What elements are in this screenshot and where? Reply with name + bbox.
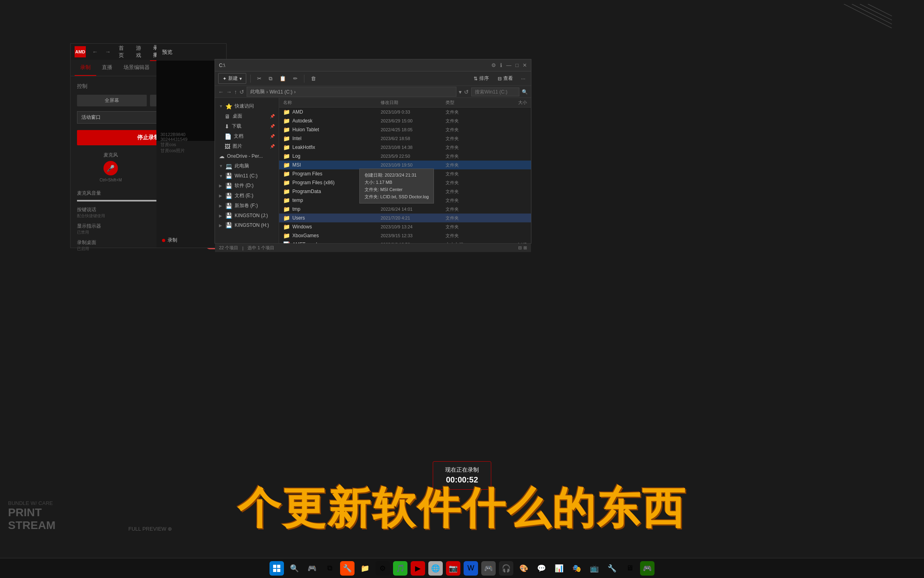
search-box[interactable] — [471, 88, 519, 96]
delete-btn[interactable]: 🗑 — [308, 74, 318, 83]
tab-live[interactable]: 直播 — [96, 60, 118, 76]
all-screen-btn[interactable]: 全屏幕 — [77, 95, 147, 106]
file-row-amd[interactable]: 📁AMD 2023/10/9 0:33 文件夹 — [279, 108, 531, 116]
sidebar-desktop[interactable]: 🖥 桌面 📌 — [215, 111, 279, 121]
exp-settings-icon[interactable]: ⚙ — [491, 62, 496, 68]
new-dropdown-icon: ▾ — [239, 76, 242, 81]
taskbar-app16[interactable]: 🔧 — [605, 561, 619, 576]
folder-icon: 📁 — [283, 126, 290, 133]
taskbar-app6[interactable]: 🌐 — [428, 561, 443, 576]
col-date[interactable]: 修改日期 — [381, 100, 446, 106]
taskbar-steam[interactable]: 🎮 — [640, 561, 654, 576]
view-btn[interactable]: ⊟ 查看 — [494, 73, 516, 83]
sidebar-e[interactable]: ▶ 💾 文档 (E:) — [215, 191, 279, 201]
file-row-xbox[interactable]: 📁XboxGames 2023/9/15 12:33 文件夹 — [279, 231, 531, 240]
sort-btn[interactable]: ⇅ 排序 — [470, 73, 492, 83]
more-btn[interactable]: ··· — [519, 74, 528, 83]
taskbar-windows[interactable] — [270, 561, 284, 576]
sidebar-f[interactable]: ▶ 💾 新加卷 (F:) — [215, 201, 279, 211]
col-size[interactable]: 大小 — [494, 100, 527, 106]
sidebar-computer[interactable]: ▼ 💻 此电脑 — [215, 161, 279, 171]
tab-scene[interactable]: 场景编辑器 — [118, 60, 155, 76]
nav-up[interactable]: ↑ — [234, 89, 237, 95]
taskbar-app12[interactable]: 💬 — [534, 561, 549, 576]
taskbar-app1[interactable]: 🔧 — [340, 561, 355, 576]
file-row-users[interactable]: 📁Users 2021/7/20 4:21 文件夹 — [279, 214, 531, 222]
file-row-huion[interactable]: 📁Huion Tablet 2022/4/25 18:05 文件夹 — [279, 125, 531, 134]
col-name[interactable]: 名称 — [283, 100, 381, 106]
pin-icon3: 📌 — [270, 134, 275, 138]
file-row-amftrace[interactable]: 📝AMFTrace.log 2023/9/3 13:58 文本文档 1 KB — [279, 240, 531, 243]
file-row-msi[interactable]: 📁MSI 2023/10/9 19:50 文件夹 创建日期: 2022/3/24… — [279, 161, 531, 169]
taskbar-app14[interactable]: 🎭 — [569, 561, 584, 576]
search-icon[interactable]: 🔍 — [522, 89, 528, 95]
taskbar-app5[interactable]: ▶ — [411, 561, 425, 576]
side-panel-items: 30122B9840 30244431549 甘蔗cos 甘蔗cos照片 — [160, 132, 187, 154]
nav-refresh[interactable]: ↺ — [239, 89, 244, 95]
j-drive-icon: 💾 — [225, 212, 232, 219]
nav-back-btn[interactable]: ← — [90, 48, 100, 56]
nav-forward-btn[interactable]: → — [103, 48, 113, 56]
watermark-stream: STREAM — [8, 519, 55, 532]
taskbar-app10[interactable]: 🎧 — [499, 561, 513, 576]
taskbar-app4[interactable]: 🎵 — [393, 561, 407, 576]
taskbar-app9[interactable]: 🎮 — [481, 561, 496, 576]
nav-games[interactable]: 游戏 — [133, 43, 148, 61]
cut-btn[interactable]: ✂ — [255, 74, 264, 83]
taskbar-app11[interactable]: 🎨 — [517, 561, 531, 576]
taskbar-app3[interactable]: ⚙ — [375, 561, 390, 576]
taskbar-app15[interactable]: 📺 — [587, 561, 602, 576]
sidebar-d[interactable]: ▶ 💾 软件 (D:) — [215, 181, 279, 191]
sidebar-downloads[interactable]: ⬇ 下载 📌 — [215, 121, 279, 131]
mic-icon[interactable]: 🎤 — [103, 161, 118, 175]
sidebar-quick-access[interactable]: ▼ ⭐ 快速访问 — [215, 101, 279, 111]
taskbar-app13[interactable]: 📊 — [552, 561, 566, 576]
nav-refresh2[interactable]: ↺ — [464, 89, 469, 95]
rename-btn[interactable]: ✏ — [291, 74, 300, 83]
file-row-leakhotfix[interactable]: 📁LeakHotfix 2023/10/8 14:38 文件夹 — [279, 143, 531, 152]
h-drive-icon: 💾 — [225, 222, 232, 228]
taskbar-app7[interactable]: 📷 — [446, 561, 460, 576]
grid-view-btn[interactable]: ⊞ — [523, 245, 527, 250]
pics-icon: 🖼 — [225, 143, 230, 150]
new-btn[interactable]: ✦ 新建 ▾ — [218, 73, 246, 84]
download-icon: ⬇ — [225, 123, 229, 130]
exp-close-btn[interactable]: ✕ — [523, 62, 527, 68]
sidebar-win11[interactable]: ▼ 💾 Win11 (C:) — [215, 171, 279, 181]
expand-icon2: ▼ — [219, 164, 223, 168]
taskbar-app2[interactable]: 📁 — [358, 561, 372, 576]
col-type[interactable]: 类型 — [446, 100, 494, 106]
sidebar-h[interactable]: ▶ 💾 KINGSTON (H:) — [215, 220, 279, 230]
nav-home[interactable]: 首页 — [116, 43, 130, 61]
exp-maximize-btn[interactable]: □ — [515, 62, 519, 68]
sidebar-onedrive[interactable]: ☁ OneDrive - Per... — [215, 151, 279, 161]
nav-back[interactable]: ← — [218, 89, 224, 95]
sidebar-docs[interactable]: 📄 文档 📌 — [215, 131, 279, 141]
file-row-windows[interactable]: 📁Windows 2023/10/9 13:24 文件夹 — [279, 222, 531, 231]
file-row-intel[interactable]: 📁Intel 2023/6/2 18:58 文件夹 — [279, 134, 531, 143]
breadcrumb[interactable]: 此电脑 › Win11 (C:) › — [247, 87, 456, 97]
taskbar-app17[interactable]: 🖥 — [622, 561, 637, 576]
taskbar-search[interactable]: 🔍 — [287, 561, 302, 576]
taskbar-app8[interactable]: W — [464, 561, 478, 576]
toggle-label-1: 显示指示器 — [77, 223, 101, 230]
amd-logo: AMD — [75, 46, 86, 57]
sidebar-j[interactable]: ▶ 💾 KINGSTON (J:) — [215, 211, 279, 220]
tab-record[interactable]: 录制 — [75, 60, 96, 76]
nav-dropdown[interactable]: ▾ — [459, 89, 462, 95]
full-preview: FULL PREVIEW ⊕ — [128, 526, 172, 532]
file-row-tmp[interactable]: 📁tmp 2022/6/24 14:01 文件夹 — [279, 205, 531, 214]
taskbar-widgets[interactable]: 🎮 — [305, 561, 319, 576]
exp-minimize-btn[interactable]: — — [506, 62, 511, 68]
nav-forward[interactable]: → — [226, 89, 232, 95]
paste-btn[interactable]: 📋 — [277, 74, 288, 83]
sidebar-pics[interactable]: 🖼 图片 📌 — [215, 141, 279, 151]
list-view-btn[interactable]: ⊟ — [518, 245, 522, 250]
file-row-autodesk[interactable]: 📁Autodesk 2023/6/29 15:00 文件夹 — [279, 116, 531, 125]
folder-icon: 📁 — [283, 171, 290, 177]
taskbar-multitask[interactable]: ⧉ — [322, 561, 337, 576]
file-row-log[interactable]: 📁Log 2023/5/9 22:50 文件夹 — [279, 152, 531, 161]
exp-info-icon[interactable]: ℹ — [500, 62, 502, 68]
expand-icon6: ▶ — [219, 204, 223, 208]
copy-btn[interactable]: ⧉ — [266, 74, 275, 83]
